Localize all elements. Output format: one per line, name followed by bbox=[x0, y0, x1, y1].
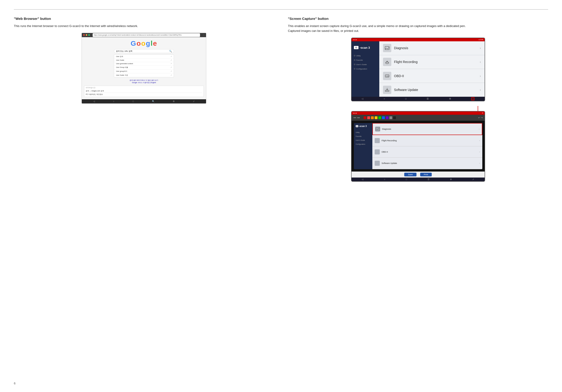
page-content: "Web Browser" button This runs the Inter… bbox=[14, 9, 548, 182]
device-screen: G -scan 3 Utility F bbox=[351, 41, 485, 97]
software-update-arrow: › bbox=[480, 88, 481, 92]
nav-search-icon2[interactable]: 🔍 bbox=[152, 100, 154, 103]
toolbar-undo[interactable] bbox=[353, 117, 356, 118]
editor-nav-recents[interactable]: □ bbox=[406, 178, 407, 181]
browser-menu-icon: ⋮ bbox=[203, 34, 205, 36]
color-swatch-green[interactable] bbox=[378, 116, 381, 119]
browser-search-input[interactable] bbox=[116, 50, 169, 52]
right-section-title: "Screen Capture" button bbox=[288, 17, 548, 21]
editor-menu-flight[interactable]: Flight Recording › bbox=[372, 135, 482, 146]
google-logo: Google bbox=[84, 39, 204, 47]
browser-search-bar[interactable]: 🔍 bbox=[114, 49, 174, 53]
color-swatch-orange[interactable] bbox=[371, 116, 374, 119]
sidebar-item-utility[interactable]: Utility bbox=[351, 54, 379, 58]
sidebar-item-favorite[interactable]: Favorite bbox=[351, 58, 379, 62]
editor-bottom-bar: Save Print bbox=[351, 172, 485, 178]
browser-content: Google 🔍 User 검색 ↗ User Gui bbox=[82, 37, 206, 99]
editor-toolbar: ↩ ↪ bbox=[351, 115, 485, 121]
editor-sidebar-usersguide[interactable]: User's Guide bbox=[354, 138, 372, 142]
browser-close-dot bbox=[83, 34, 85, 36]
editor-flight-icon bbox=[375, 138, 380, 143]
editor-nav-back[interactable]: ◁ bbox=[362, 178, 363, 181]
editor-content: G -scan 3 Utility Favorite User's Guide bbox=[351, 121, 485, 172]
toolbar-redo[interactable] bbox=[357, 117, 360, 118]
color-swatch-gray[interactable] bbox=[389, 116, 392, 119]
editor-sidebar-utility[interactable]: Utility bbox=[354, 131, 372, 134]
flight-recording-icon-box bbox=[383, 58, 391, 66]
editor-software-icon bbox=[375, 161, 380, 166]
device-nav-menu[interactable]: ☰ bbox=[427, 97, 429, 100]
search-result-item: User group와이 ↗ bbox=[114, 69, 174, 73]
browser-navbar: ◁ ○ □ 🔍 ⚙ ⤢ bbox=[82, 99, 206, 104]
save-button[interactable]: Save bbox=[404, 173, 416, 176]
device-main-menu: Diagnosis › bbox=[379, 41, 485, 97]
editor-brand-logo: G -scan 3 bbox=[354, 123, 372, 129]
device-wrapper: ● ● ● ● 3:00 G -scan 3 bbox=[351, 38, 485, 106]
print-button[interactable]: Print bbox=[420, 173, 432, 176]
page-layout: "Web Browser" button This runs the Inter… bbox=[14, 17, 548, 182]
menu-item-obd[interactable]: OBD OBD-II › bbox=[379, 69, 485, 83]
device-mockup-main: ● ● ● ● 3:00 G -scan 3 bbox=[351, 38, 485, 101]
search-results-section: 네이버실시간 검색 — images.com 검색 PC 이용약관 | 개인정보 bbox=[84, 86, 204, 97]
editor-menu-software[interactable]: Software Update › bbox=[372, 158, 482, 169]
editor-nav-expand[interactable]: ⤢ bbox=[472, 178, 474, 181]
device-nav-home[interactable]: ○ bbox=[384, 97, 385, 100]
obd-label: OBD-II bbox=[394, 74, 477, 78]
search-results: User 검색 ↗ User Guide ↗ User-generated co… bbox=[114, 55, 174, 77]
nav-settings-icon[interactable]: ⚙ bbox=[173, 100, 175, 103]
menu-item-diagnosis[interactable]: Diagnosis › bbox=[379, 41, 485, 55]
browser-titlebar: https://www.google.co.kr/webhp?client=an… bbox=[82, 33, 206, 37]
diagnosis-arrow: › bbox=[480, 46, 481, 50]
nav-back-icon[interactable]: ◁ bbox=[93, 100, 95, 103]
editor-inner-screen: G -scan 3 Utility Favorite User's Guide bbox=[354, 123, 482, 169]
editor-menu-diagnosis[interactable]: Diagnosis › bbox=[372, 123, 482, 135]
screen-capture-icon[interactable] bbox=[471, 97, 474, 100]
device-nav-back[interactable]: ◁ bbox=[362, 97, 363, 100]
diagnosis-label: Diagnosis bbox=[394, 46, 477, 50]
search-result-item: User Group 피플 ↗ bbox=[114, 66, 174, 69]
search-result-item: User Guide ↗ bbox=[114, 59, 174, 62]
undo-icon[interactable]: ↩ bbox=[478, 116, 480, 119]
nav-home-icon[interactable]: ○ bbox=[113, 100, 114, 103]
menu-item-software-update[interactable]: Software Update › bbox=[379, 83, 485, 96]
device-nav-recents[interactable]: □ bbox=[405, 97, 407, 100]
device-sidebar: G -scan 3 Utility F bbox=[351, 41, 379, 97]
svg-text:OBD: OBD bbox=[386, 76, 389, 77]
svg-point-1 bbox=[386, 62, 389, 64]
device-nav-settings[interactable]: ⚙ bbox=[449, 97, 451, 100]
svg-rect-5 bbox=[375, 127, 380, 131]
editor-navbar: ◁ ○ □ ☰ ⚙ ⤢ bbox=[351, 178, 485, 181]
editor-main: Diagnosis › Flight Recording › bbox=[372, 123, 482, 169]
nav-recents-icon[interactable]: □ bbox=[133, 100, 134, 103]
editor-nav-settings[interactable]: ⚙ bbox=[450, 178, 452, 181]
connector bbox=[351, 106, 485, 111]
search-result-item: User Guide 자료 ↗ bbox=[114, 73, 174, 77]
browser-address-bar[interactable]: https://www.google.co.kr/webhp?client=an… bbox=[93, 33, 200, 37]
sidebar-item-usersguide[interactable]: User's Guide bbox=[351, 62, 379, 67]
editor-flight-label: Flight Recording bbox=[382, 139, 478, 142]
color-swatch-black[interactable] bbox=[393, 116, 396, 119]
nav-expand-icon[interactable]: ⤢ bbox=[193, 100, 195, 103]
editor-obd-label: OBD-II bbox=[382, 151, 478, 153]
color-swatch-blue[interactable] bbox=[382, 116, 385, 119]
editor-menu-obd[interactable]: OBD-II › bbox=[372, 146, 482, 158]
editor-sidebar-items: Utility Favorite User's Guide Configurat… bbox=[354, 129, 372, 147]
color-swatch-red[interactable] bbox=[363, 116, 366, 119]
page-number: 6 bbox=[14, 382, 15, 385]
editor-sidebar-configuration[interactable]: Configuration bbox=[354, 142, 372, 146]
editor-diagnosis-icon bbox=[375, 127, 380, 132]
redo-icon[interactable]: ↪ bbox=[481, 116, 483, 119]
editor-sidebar-favorite[interactable]: Favorite bbox=[354, 135, 372, 138]
obd-arrow: › bbox=[480, 74, 481, 78]
editor-nav-home[interactable]: ○ bbox=[384, 178, 385, 181]
color-swatch-purple[interactable] bbox=[386, 116, 388, 119]
menu-item-flight-recording[interactable]: Flight Recording › bbox=[379, 55, 485, 69]
sidebar-item-configuration[interactable]: Configuration bbox=[351, 67, 379, 71]
color-swatch-lightred[interactable] bbox=[367, 116, 370, 119]
color-swatch-yellow[interactable] bbox=[375, 116, 377, 119]
editor-nav-menu[interactable]: ☰ bbox=[428, 178, 429, 181]
device-navbar: ◁ ○ □ ☰ ⚙ bbox=[351, 97, 485, 101]
right-column: "Screen Capture" button This enables an … bbox=[288, 17, 548, 182]
software-update-label: Software Update bbox=[394, 88, 477, 92]
diagnosis-icon-box bbox=[383, 44, 391, 52]
